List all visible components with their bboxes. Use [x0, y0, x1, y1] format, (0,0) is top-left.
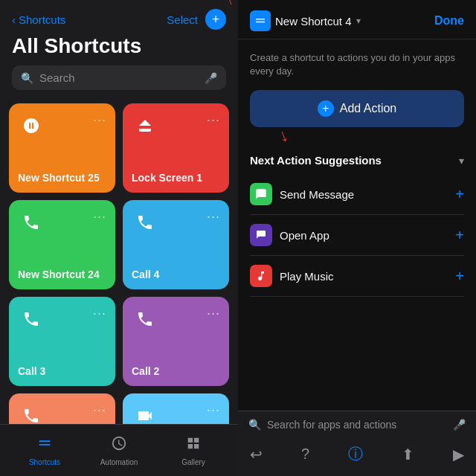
- tile-menu-icon[interactable]: ···: [207, 112, 220, 128]
- tile-icon-new-shortcut-21: [132, 402, 158, 424]
- tab-gallery[interactable]: Gallery: [156, 435, 231, 466]
- suggestions-title: Next Action Suggestions: [250, 154, 382, 167]
- add-action-label: Add Action: [340, 102, 397, 115]
- automation-tab-label: Automation: [100, 458, 138, 466]
- shortcuts-tab-label: Shortcuts: [29, 458, 60, 466]
- page-title: All Shortcuts: [12, 34, 226, 58]
- tile-label-call-2: Call 2: [132, 365, 220, 377]
- red-arrow-indicator: ↑: [222, 0, 237, 10]
- red-arrow-indicator-right: ↑: [277, 126, 292, 149]
- suggestion-send-message[interactable]: Send Message +: [250, 174, 464, 215]
- tile-icon-call-3: [18, 306, 45, 332]
- shortcut-tile-new-shortcut-25[interactable]: ··· New Shortcut 25: [9, 103, 115, 193]
- shortcuts-grid: ··· New Shortcut 25 ··· Lock Screen 1: [0, 103, 238, 424]
- tile-label-new-shortcut-24: New Shortcut 24: [18, 268, 106, 280]
- help-icon[interactable]: ?: [301, 446, 309, 463]
- shortcut-title-area: New Shortcut 4 ▾: [250, 10, 361, 31]
- shortcut-tile-call-2[interactable]: ··· Call 2: [123, 297, 229, 386]
- tile-label-new-shortcut-25: New Shortcut 25: [18, 172, 106, 184]
- tile-icon-new-shortcut-25: [18, 112, 45, 139]
- shortcut-tile-new-shortcut-24[interactable]: ··· New Shortcut 24: [9, 200, 115, 289]
- info-icon[interactable]: ⓘ: [348, 444, 363, 464]
- suggestions-chevron-icon[interactable]: ▾: [459, 155, 464, 167]
- search-placeholder: Search: [39, 71, 199, 84]
- right-header: New Shortcut 4 ▾ Done: [238, 0, 476, 39]
- search-bar[interactable]: 🔍 Search 🎤: [12, 65, 226, 90]
- tile-menu-icon[interactable]: ···: [207, 209, 220, 225]
- suggestion-play-music[interactable]: Play Music +: [250, 256, 464, 297]
- suggestion-name-play-music: Play Music: [280, 270, 334, 283]
- tile-menu-icon[interactable]: ···: [93, 402, 106, 418]
- suggestion-open-app[interactable]: Open App +: [250, 215, 464, 256]
- suggestions-header: Next Action Suggestions ▾: [250, 154, 464, 167]
- add-action-plus-icon: +: [318, 100, 334, 117]
- tile-label-call-4: Call 4: [132, 268, 220, 280]
- suggestion-name-open-app: Open App: [280, 229, 329, 242]
- chevron-left-icon: ‹: [12, 13, 16, 26]
- share-icon[interactable]: ⬆: [402, 446, 414, 463]
- suggestion-icon-open-app: [250, 224, 272, 246]
- tile-label-lock-screen-1: Lock Screen 1: [132, 172, 220, 184]
- shortcut-tile-call-3[interactable]: ··· Call 3: [9, 297, 115, 386]
- suggestion-icon-play-music: [250, 265, 272, 287]
- tile-icon-new-shortcut-24: [18, 209, 45, 236]
- automation-tab-icon: [111, 435, 127, 456]
- nav-actions: Select + ↑: [167, 9, 226, 30]
- right-bottom-toolbar: ↩ ? ⓘ ⬆ ▶: [238, 438, 476, 476]
- tile-icon-call-1: [18, 402, 45, 424]
- suggestion-add-send-message[interactable]: +: [455, 186, 464, 203]
- tile-icon-call-2: [132, 306, 158, 332]
- suggestions-list: Send Message + Open App +: [250, 174, 464, 297]
- shortcut-tile-call-1[interactable]: ··· Call 1: [9, 393, 115, 424]
- shortcut-title-text: New Shortcut 4: [275, 15, 352, 28]
- shortcut-tile-call-4[interactable]: ··· Call 4: [123, 200, 229, 289]
- right-panel: New Shortcut 4 ▾ Done Create a shortcut …: [238, 0, 476, 476]
- search-icon: 🔍: [21, 72, 33, 84]
- gallery-tab-label: Gallery: [181, 458, 205, 466]
- done-button[interactable]: Done: [434, 14, 464, 28]
- nav-bar: ‹ Shortcuts Select + ↑: [12, 9, 226, 30]
- tile-icon-call-4: [132, 209, 158, 236]
- back-button[interactable]: ‹ Shortcuts: [12, 13, 65, 26]
- suggestion-icon-send-message: [250, 183, 272, 205]
- chevron-down-icon[interactable]: ▾: [356, 16, 361, 26]
- back-label: Shortcuts: [19, 13, 65, 26]
- tab-bar: Shortcuts Automation Gallery: [0, 424, 238, 476]
- suggestion-name-send-message: Send Message: [280, 188, 354, 201]
- left-header: ‹ Shortcuts Select + ↑ All Shortcuts 🔍 S…: [0, 0, 238, 103]
- tab-shortcuts[interactable]: Shortcuts: [7, 435, 82, 466]
- right-bottom: 🔍 Search for apps and actions 🎤 ↩ ? ⓘ ⬆ …: [238, 411, 476, 476]
- suggestion-add-play-music[interactable]: +: [455, 268, 464, 285]
- right-content: Create a shortcut to actions you do in y…: [238, 39, 476, 411]
- shortcut-description: Create a shortcut to actions you do in y…: [250, 51, 464, 78]
- tile-menu-icon[interactable]: ···: [93, 209, 106, 225]
- mic-icon[interactable]: 🎤: [205, 72, 217, 84]
- add-shortcut-button[interactable]: + ↑: [205, 9, 226, 30]
- left-panel: ‹ Shortcuts Select + ↑ All Shortcuts 🔍 S…: [0, 0, 238, 476]
- search-mic-icon[interactable]: 🎤: [453, 419, 466, 431]
- tile-icon-lock-screen-1: [132, 112, 158, 139]
- tile-menu-icon[interactable]: ···: [207, 306, 220, 321]
- shortcut-tile-lock-screen-1[interactable]: ··· Lock Screen 1: [123, 103, 229, 193]
- shortcut-tile-new-shortcut-21[interactable]: ··· New Shortcut 21: [123, 393, 229, 424]
- tile-menu-icon[interactable]: ···: [93, 306, 106, 321]
- select-button[interactable]: Select: [167, 13, 198, 26]
- add-action-button[interactable]: + Add Action ↑: [250, 90, 464, 127]
- search-actions-icon: 🔍: [248, 419, 261, 431]
- gallery-tab-icon: [185, 435, 202, 456]
- suggestion-add-open-app[interactable]: +: [455, 227, 464, 244]
- tile-menu-icon[interactable]: ···: [207, 402, 220, 418]
- play-icon[interactable]: ▶: [453, 446, 464, 463]
- plus-icon: +: [212, 12, 220, 28]
- search-actions-placeholder: Search for apps and actions: [267, 419, 447, 431]
- tile-menu-icon[interactable]: ···: [93, 112, 106, 128]
- shortcut-title-icon: [250, 10, 271, 31]
- undo-icon[interactable]: ↩: [250, 446, 263, 463]
- tab-automation[interactable]: Automation: [82, 435, 156, 466]
- tile-label-call-3: Call 3: [18, 365, 106, 377]
- search-actions-bar[interactable]: 🔍 Search for apps and actions 🎤: [238, 411, 476, 438]
- shortcuts-tab-icon: [36, 435, 53, 456]
